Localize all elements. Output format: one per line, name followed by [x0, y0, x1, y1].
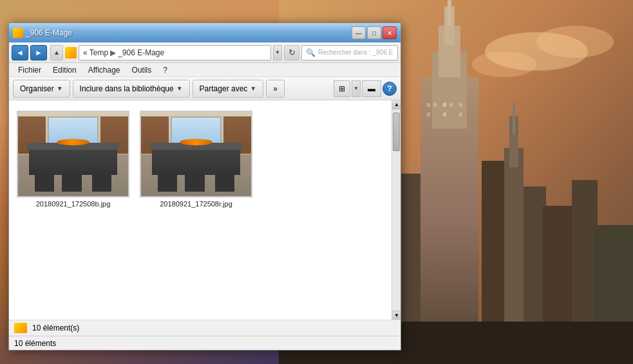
- menu-edition[interactable]: Edition: [48, 64, 82, 76]
- title-bar-left: _906 E-Mage: [13, 28, 352, 38]
- folder-icon-status: [14, 323, 27, 333]
- title-controls: — □ ✕: [352, 26, 397, 39]
- content-area: 20180921_172508b.jpg: [9, 100, 401, 320]
- menu-help[interactable]: ?: [158, 64, 173, 76]
- svg-point-2: [536, 26, 614, 58]
- library-dropdown-icon: ▼: [176, 85, 183, 92]
- file-item[interactable]: 20180921_172508r.jpg: [140, 108, 252, 210]
- svg-rect-15: [433, 103, 437, 107]
- stool-1: [35, 174, 55, 192]
- up-icon: ▲: [53, 49, 60, 56]
- svg-rect-14: [427, 103, 430, 107]
- svg-point-3: [472, 51, 536, 77]
- share-button[interactable]: Partager avec ▼: [193, 80, 264, 98]
- svg-rect-18: [459, 103, 462, 107]
- svg-rect-21: [459, 113, 462, 116]
- status-bar: 10 éléments: [9, 336, 401, 350]
- search-bar[interactable]: 🔍 Rechercher dans : _906 E-Mage: [301, 45, 398, 60]
- address-path-2: _906 E-Mage: [118, 48, 164, 57]
- search-icon: 🔍: [306, 48, 316, 57]
- island: [29, 145, 117, 175]
- folder-count-label: 10 élément(s): [32, 323, 79, 332]
- scroll-up-button[interactable]: ▲: [392, 100, 401, 109]
- svg-rect-13: [448, 0, 451, 26]
- address-bar[interactable]: « Temp ▶ _906 E-Mage: [79, 45, 271, 60]
- close-button[interactable]: ✕: [383, 26, 397, 39]
- stool-2: [185, 174, 205, 192]
- navigation-bar: ◄ ► ▲ « Temp ▶ _906 E-Mage ▼ ↻ 🔍 Recherc…: [9, 42, 401, 63]
- menu-fichier[interactable]: Fichier: [13, 64, 46, 76]
- bottom-folder-area: 10 élément(s): [9, 320, 401, 336]
- menu-outils[interactable]: Outils: [127, 64, 157, 76]
- status-count: 10 éléments: [14, 339, 56, 348]
- toolbar: Organiser ▼ Inclure dans la bibliothèque…: [9, 77, 401, 100]
- kitchen-image-1: [18, 112, 128, 196]
- window-title: _906 E-Mage: [26, 28, 72, 37]
- stool-3: [92, 174, 112, 192]
- explorer-window: _906 E-Mage — □ ✕ ◄ ► ▲ « Temp ▶ _906 E-…: [8, 23, 401, 350]
- more-label: »: [273, 84, 278, 93]
- menu-bar: Fichier Edition Affichage Outils ?: [9, 63, 401, 77]
- library-button[interactable]: Inclure dans la bibliothèque ▼: [73, 80, 190, 98]
- kitchen-image-2: [141, 112, 251, 196]
- more-button[interactable]: »: [266, 80, 285, 98]
- maximize-button[interactable]: □: [367, 26, 381, 39]
- stool-2: [62, 174, 82, 192]
- scroll-thumb[interactable]: [393, 113, 400, 151]
- forward-icon: ►: [35, 48, 43, 57]
- island: [152, 145, 240, 175]
- scrollbar[interactable]: ▲ ▼: [392, 100, 401, 320]
- scroll-track[interactable]: [392, 109, 401, 311]
- library-label: Inclure dans la bibliothèque: [80, 84, 174, 93]
- share-dropdown-icon: ▼: [250, 85, 256, 92]
- file-thumbnail-2: [140, 111, 252, 197]
- view-dropdown[interactable]: ▼: [352, 80, 361, 97]
- organiser-label: Organiser: [20, 84, 54, 93]
- svg-rect-17: [449, 103, 453, 107]
- file-item[interactable]: 20180921_172508b.jpg: [17, 108, 129, 210]
- stool-3: [215, 174, 235, 192]
- menu-affichage[interactable]: Affichage: [83, 64, 126, 76]
- address-separator-1: ▶: [110, 48, 116, 57]
- scroll-down-button[interactable]: ▼: [392, 311, 401, 320]
- up-button[interactable]: ▲: [50, 45, 63, 60]
- file-thumbnail-1: [17, 111, 129, 197]
- address-dropdown[interactable]: ▼: [273, 45, 282, 60]
- svg-rect-20: [443, 113, 446, 116]
- window-icon: [13, 28, 23, 38]
- minimize-button[interactable]: —: [352, 26, 366, 39]
- search-placeholder-text: Rechercher dans : _906 E-Mage: [318, 49, 393, 56]
- svg-rect-16: [443, 103, 446, 107]
- address-path-1: « Temp: [83, 48, 108, 57]
- view-details-button[interactable]: ▬: [362, 80, 381, 97]
- stool-1: [158, 174, 178, 192]
- back-icon: ◄: [16, 48, 24, 57]
- svg-rect-19: [427, 113, 430, 116]
- folder-icon: [65, 47, 77, 59]
- refresh-button[interactable]: ↻: [284, 45, 299, 60]
- share-label: Partager avec: [200, 84, 248, 93]
- organiser-button[interactable]: Organiser ▼: [13, 80, 70, 98]
- files-grid: 20180921_172508b.jpg: [14, 105, 386, 213]
- file-name-1: 20180921_172508b.jpg: [36, 200, 111, 208]
- help-button[interactable]: ?: [383, 82, 397, 96]
- file-name-2: 20180921_172508r.jpg: [160, 200, 232, 208]
- file-pane: 20180921_172508b.jpg: [9, 100, 392, 320]
- view-large-icons-button[interactable]: ⊞: [334, 80, 350, 97]
- title-bar: _906 E-Mage — □ ✕: [9, 23, 401, 42]
- organiser-dropdown-icon: ▼: [57, 85, 63, 92]
- svg-rect-29: [513, 103, 515, 135]
- view-buttons: ⊞ ▼ ▬ ?: [334, 80, 397, 97]
- back-button[interactable]: ◄: [12, 45, 28, 60]
- forward-button[interactable]: ►: [30, 45, 47, 60]
